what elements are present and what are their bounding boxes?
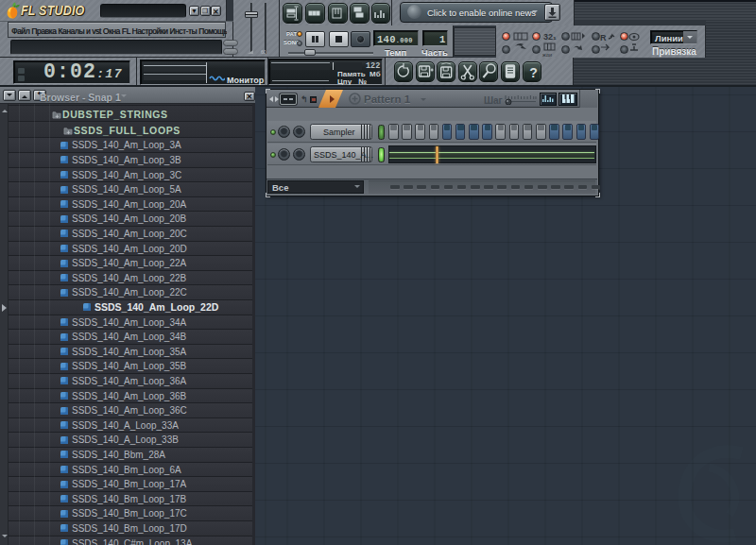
svg-text:?: ? xyxy=(529,65,538,80)
svg-text:жди: жди xyxy=(542,52,552,58)
svg-text:32₁: 32₁ xyxy=(543,32,557,42)
svg-text:R: R xyxy=(600,33,607,43)
